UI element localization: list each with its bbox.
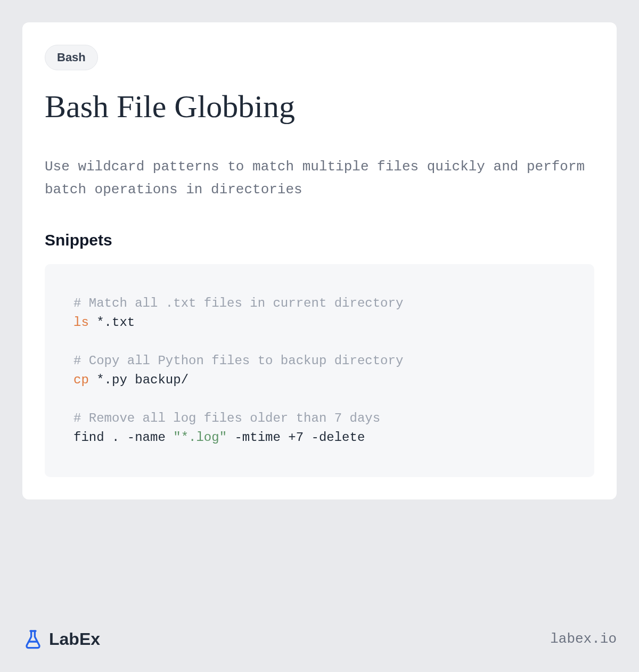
code-token-comment: # Remove all log files older than 7 days bbox=[73, 411, 380, 425]
page-title: Bash File Globbing bbox=[45, 87, 594, 126]
code-token-comment: # Match all .txt files in current direct… bbox=[73, 296, 403, 310]
code-token-comment: # Copy all Python files to backup direct… bbox=[73, 354, 403, 368]
code-token-string: "*.log" bbox=[173, 430, 227, 445]
description-text: Use wildcard patterns to match multiple … bbox=[45, 155, 594, 201]
footer-url: labex.io bbox=[550, 631, 617, 647]
code-snippet-block: # Match all .txt files in current direct… bbox=[45, 264, 594, 477]
code-token-cmd: ls bbox=[73, 315, 89, 330]
language-tag: Bash bbox=[45, 45, 98, 70]
snippets-heading: Snippets bbox=[45, 231, 594, 249]
content-card: Bash Bash File Globbing Use wildcard pat… bbox=[22, 22, 617, 499]
flask-icon bbox=[22, 628, 44, 650]
footer: LabEx labex.io bbox=[0, 628, 639, 672]
code-token-cmd: cp bbox=[73, 373, 89, 387]
brand-logo: LabEx bbox=[22, 628, 100, 650]
brand-name: LabEx bbox=[49, 629, 100, 649]
